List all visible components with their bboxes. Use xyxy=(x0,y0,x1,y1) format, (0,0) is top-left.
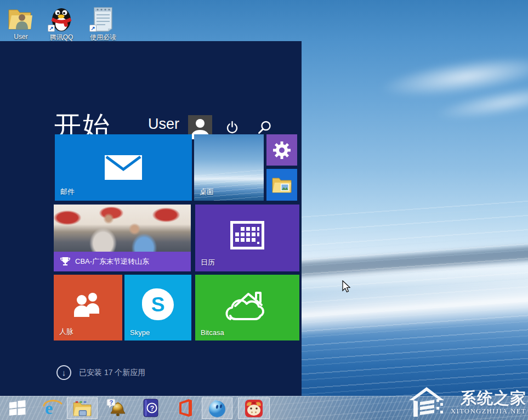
watermark: 系统之家 XITONGZHIJIA.NET xyxy=(408,386,526,419)
bull-icon xyxy=(245,399,263,418)
svg-text:?: ? xyxy=(150,404,155,412)
watermark-title: 系统之家 xyxy=(461,390,526,406)
calendar-icon xyxy=(230,221,264,249)
taskbar-help-bell[interactable]: ? xyxy=(105,396,128,420)
bell-question-icon: ? xyxy=(106,399,127,417)
mail-envelope-icon xyxy=(105,155,142,180)
news-headline: CBA-广东末节逆转山东 xyxy=(75,257,149,266)
tile-label: Bitcasa xyxy=(201,328,224,337)
start-menu-panel: 开始 User xyxy=(0,41,302,396)
office-icon xyxy=(176,399,194,417)
tile-mail[interactable]: 邮件 xyxy=(55,134,192,201)
taskbar-file-explorer[interactable] xyxy=(67,398,98,419)
file-explorer-icon xyxy=(72,400,92,417)
shortcut-arrow-icon: ↗ xyxy=(48,25,55,32)
tile-calendar[interactable]: 日历 xyxy=(195,205,299,271)
skype-s: S xyxy=(151,294,165,315)
folder-pictures-icon xyxy=(271,176,292,194)
shortcut-arrow-icon: ↗ xyxy=(89,25,96,32)
trophy-icon xyxy=(60,257,70,266)
desktop-icon-user-folder[interactable]: User xyxy=(5,3,37,41)
taskbar-internet-explorer[interactable]: e xyxy=(41,396,64,420)
search-icon xyxy=(258,120,272,134)
people-icon xyxy=(73,292,104,317)
taskbar-bull-app[interactable] xyxy=(238,398,270,419)
tile-people[interactable]: 人脉 xyxy=(54,275,122,340)
tile-label: 邮件 xyxy=(60,187,75,197)
tile-desktop[interactable]: 桌面 xyxy=(194,134,264,201)
desktop-icon-tencent-qq[interactable]: ↗ 腾讯QQ xyxy=(46,3,77,42)
tile-label: Skype xyxy=(130,328,150,337)
taskbar-office[interactable] xyxy=(173,396,196,420)
user-folder-icon xyxy=(5,3,37,32)
house-cloud-icon xyxy=(221,287,274,321)
windows-logo-icon xyxy=(9,400,26,416)
tile-label: 桌面 xyxy=(200,187,214,197)
tile-label: 人脉 xyxy=(59,327,73,337)
tile-skype[interactable]: S Skype xyxy=(124,275,191,340)
watermark-house-logo xyxy=(408,386,448,419)
power-button[interactable] xyxy=(224,120,240,135)
news-photo xyxy=(54,205,191,252)
all-apps-button[interactable]: ↓ xyxy=(56,365,71,380)
watermark-domain: XITONGZHIJIA.NET xyxy=(451,408,526,415)
user-name[interactable]: User xyxy=(148,116,179,133)
notepad-icon: ↗ xyxy=(87,3,119,32)
apps-footer: ↓ 已安装 17 个新应用 xyxy=(56,365,145,380)
start-button[interactable] xyxy=(4,396,31,420)
desktop-icon-readme[interactable]: ↗ 使用必读 xyxy=(87,3,119,42)
gear-icon xyxy=(272,140,292,160)
tile-label: 日历 xyxy=(201,258,215,268)
power-icon xyxy=(225,121,239,134)
taskbar-help-book[interactable]: ? xyxy=(139,396,162,420)
new-apps-text: 已安装 17 个新应用 xyxy=(79,368,145,378)
tile-settings[interactable] xyxy=(266,134,297,166)
tile-bitcasa[interactable]: Bitcasa xyxy=(195,275,299,340)
svg-text:?: ? xyxy=(110,399,113,406)
qq-penguin-icon: ↗ xyxy=(46,3,77,32)
tile-sports-news[interactable]: CBA-广东末节逆转山东 xyxy=(54,205,191,271)
desktop-icon-label: User xyxy=(5,33,37,41)
down-arrow-icon: ↓ xyxy=(62,368,66,377)
internet-explorer-icon: e xyxy=(43,399,63,417)
help-book-icon: ? xyxy=(143,399,159,417)
tile-file-explorer[interactable] xyxy=(266,169,297,201)
skype-logo-icon: S xyxy=(142,288,174,320)
blue-face-icon xyxy=(208,399,226,418)
desktop: User ↗ 腾讯QQ xyxy=(0,0,528,420)
search-button[interactable] xyxy=(257,120,272,135)
taskbar-messenger[interactable] xyxy=(202,398,232,419)
